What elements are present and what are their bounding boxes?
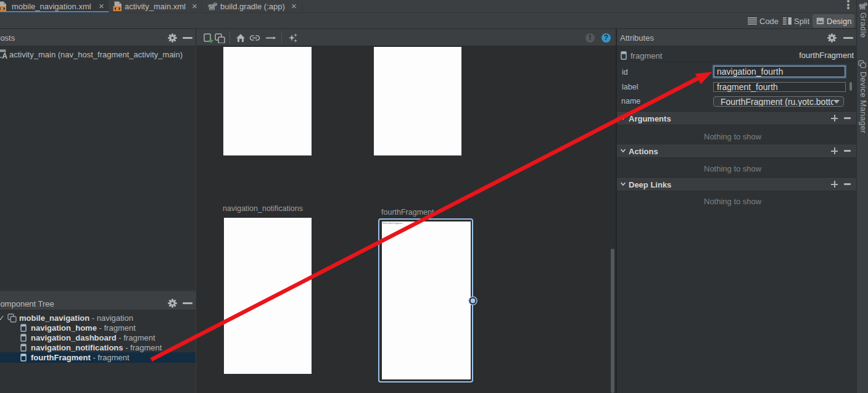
svg-text:A: A — [2, 52, 7, 59]
